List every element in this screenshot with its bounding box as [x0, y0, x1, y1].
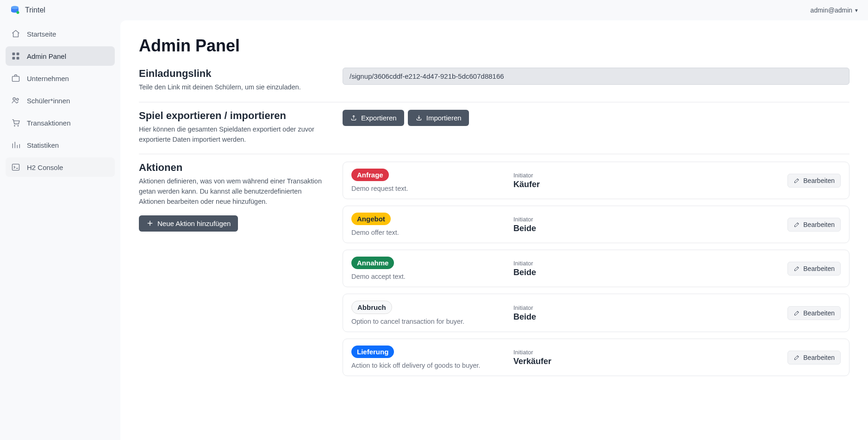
- home-icon: [11, 29, 20, 38]
- invite-link-input[interactable]: [343, 68, 849, 85]
- terminal-icon: [11, 163, 20, 172]
- export-desc: Hier können die gesamten Spieldaten expo…: [139, 125, 324, 145]
- edit-icon: [793, 177, 800, 184]
- initiator-value: Beide: [513, 224, 778, 233]
- sidebar-item-label: Transaktionen: [27, 119, 71, 127]
- edit-action-button[interactable]: Bearbeiten: [787, 351, 841, 365]
- action-card: AbbruchOption to cancel transaction for …: [343, 294, 849, 332]
- export-button-label: Exportieren: [361, 114, 397, 122]
- sidebar-item-label: H2 Console: [27, 163, 63, 171]
- actions-desc: Aktionen definieren, was von wem während…: [139, 176, 324, 207]
- initiator-label: Initiator: [513, 260, 778, 267]
- bars-icon: [11, 140, 20, 150]
- action-text: Option to cancel transaction for buyer.: [351, 318, 504, 325]
- page-title: Admin Panel: [139, 36, 849, 56]
- edit-label: Bearbeiten: [803, 265, 835, 272]
- import-button-label: Importieren: [426, 114, 462, 122]
- initiator-value: Beide: [513, 312, 778, 322]
- edit-label: Bearbeiten: [803, 221, 835, 228]
- initiator-label: Initiator: [513, 172, 778, 179]
- action-card: AnnahmeDemo accept text.InitiatorBeideBe…: [343, 250, 849, 287]
- initiator-value: Verkäufer: [513, 357, 778, 366]
- edit-label: Bearbeiten: [803, 354, 835, 361]
- edit-action-button[interactable]: Bearbeiten: [787, 174, 841, 188]
- sidebar: StartseiteAdmin PanelUnternehmenSchüler*…: [0, 20, 120, 440]
- actions-title: Aktionen: [139, 162, 324, 174]
- download-icon: [415, 114, 423, 121]
- sidebar-item-label: Schüler*innen: [27, 97, 70, 105]
- sidebar-item-startseite[interactable]: Startseite: [6, 24, 115, 44]
- edit-label: Bearbeiten: [803, 309, 835, 317]
- brand[interactable]: Trintel: [9, 5, 45, 16]
- initiator-label: Initiator: [513, 216, 778, 223]
- user-email: admin@admin: [811, 6, 852, 14]
- upload-icon: [350, 114, 357, 121]
- action-card: LieferungAction to kick off delivery of …: [343, 339, 849, 376]
- user-menu[interactable]: admin@admin ▼: [811, 6, 859, 14]
- initiator-label: Initiator: [513, 349, 778, 356]
- sidebar-item-transaktionen[interactable]: Transaktionen: [6, 113, 115, 132]
- sidebar-item-admin-panel[interactable]: Admin Panel: [6, 46, 115, 66]
- sidebar-item-unternehmen[interactable]: Unternehmen: [6, 69, 115, 88]
- action-text: Action to kick off delivery of goods to …: [351, 362, 504, 369]
- action-card: AnfrageDemo request text.InitiatorKäufer…: [343, 162, 849, 199]
- export-button[interactable]: Exportieren: [343, 110, 404, 126]
- invite-title: Einladungslink: [139, 68, 324, 80]
- sidebar-item-sch-ler-innen[interactable]: Schüler*innen: [6, 91, 115, 110]
- action-badge: Anfrage: [351, 169, 389, 181]
- action-text: Demo accept text.: [351, 273, 504, 280]
- action-card: AngebotDemo offer text.InitiatorBeideBea…: [343, 206, 849, 243]
- sidebar-item-statistiken[interactable]: Statistiken: [6, 135, 115, 155]
- sidebar-item-h2-console[interactable]: H2 Console: [6, 157, 115, 177]
- add-action-button[interactable]: Neue Aktion hinzufügen: [139, 215, 238, 232]
- briefcase-icon: [11, 74, 20, 83]
- import-button[interactable]: Importieren: [408, 110, 469, 126]
- chevron-down-icon: ▼: [854, 8, 859, 13]
- edit-label: Bearbeiten: [803, 177, 835, 184]
- plus-icon: [146, 220, 154, 227]
- cart-icon: [11, 118, 20, 127]
- action-badge: Lieferung: [351, 346, 394, 358]
- edit-icon: [793, 354, 800, 361]
- initiator-value: Käufer: [513, 180, 778, 189]
- database-icon: [9, 5, 20, 16]
- sidebar-item-label: Admin Panel: [27, 52, 66, 60]
- edit-icon: [793, 265, 800, 272]
- action-text: Demo request text.: [351, 185, 504, 192]
- action-badge: Angebot: [351, 213, 391, 225]
- add-action-label: Neue Aktion hinzufügen: [157, 220, 231, 227]
- brand-name: Trintel: [25, 6, 45, 14]
- sidebar-item-label: Startseite: [27, 30, 56, 38]
- grid-icon: [11, 51, 20, 61]
- action-badge: Annahme: [351, 257, 394, 269]
- action-badge: Abbruch: [351, 301, 392, 314]
- edit-icon: [793, 309, 800, 316]
- initiator-label: Initiator: [513, 304, 778, 311]
- sidebar-item-label: Statistiken: [27, 141, 59, 149]
- action-text: Demo offer text.: [351, 229, 504, 236]
- edit-action-button[interactable]: Bearbeiten: [787, 262, 841, 276]
- users-icon: [11, 96, 20, 105]
- edit-action-button[interactable]: Bearbeiten: [787, 218, 841, 232]
- invite-desc: Teile den Link mit deinen Schülern, um s…: [139, 82, 324, 93]
- edit-icon: [793, 221, 800, 228]
- sidebar-item-label: Unternehmen: [27, 75, 69, 82]
- initiator-value: Beide: [513, 268, 778, 277]
- edit-action-button[interactable]: Bearbeiten: [787, 306, 841, 320]
- export-title: Spiel exportieren / importieren: [139, 110, 324, 122]
